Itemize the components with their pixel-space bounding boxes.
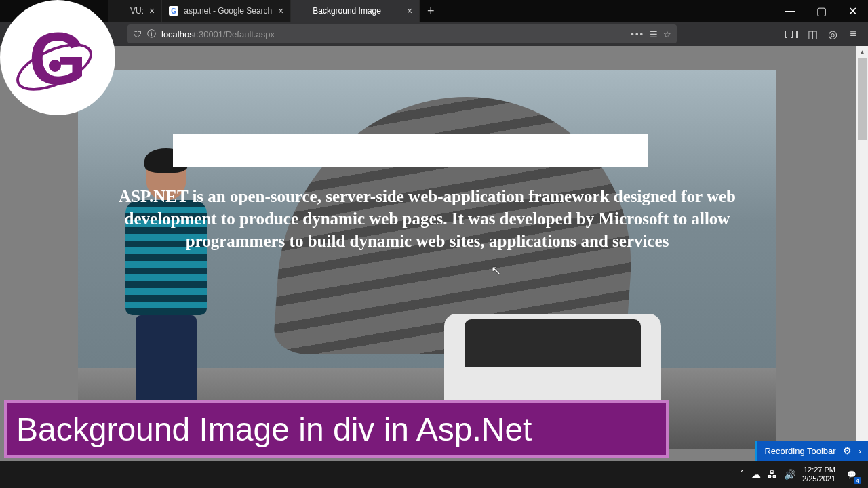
tab-strip: VU: × G asp.net - Google Search × Backgr… [108, 0, 774, 22]
tab-label: VU: [130, 6, 144, 16]
bookmark-star-icon[interactable]: ☆ [663, 29, 671, 39]
url-text: localhost:30001/Default.aspx [161, 29, 625, 39]
windows-taskbar[interactable]: ˄ ☁ 🖧 🔊 12:27 PM 2/25/2021 💬 4 [0, 461, 868, 488]
recording-toolbar[interactable]: Recording Toolbar ⚙ › [755, 441, 868, 461]
mouse-cursor-icon: ↖ [491, 263, 501, 278]
action-center-icon[interactable]: 💬 4 [842, 465, 861, 484]
heading-placeholder [173, 134, 648, 167]
logo-dot-icon [49, 60, 61, 72]
tray-chevron-up-icon[interactable]: ˄ [740, 469, 745, 480]
library-icon[interactable]: ⫿⫿⫿ [783, 24, 802, 43]
notification-badge: 4 [854, 477, 861, 484]
network-icon[interactable]: 🖧 [768, 469, 777, 480]
tab-label: Background Image [313, 6, 381, 16]
url-bar[interactable]: 🛡 ⓘ localhost:30001/Default.aspx ••• ☰ ☆ [127, 24, 677, 43]
shield-icon[interactable]: 🛡 [133, 29, 142, 39]
volume-icon[interactable]: 🔊 [784, 469, 795, 480]
system-tray: ˄ ☁ 🖧 🔊 12:27 PM 2/25/2021 💬 4 [733, 465, 868, 484]
browser-titlebar: VU: × G asp.net - Google Search × Backgr… [0, 0, 868, 22]
time-text: 12:27 PM [802, 466, 835, 474]
page-actions-icon[interactable]: ••• [631, 29, 644, 39]
window-controls: — ▢ ✕ [774, 0, 868, 22]
video-caption-banner: Background Image in div in Asp.Net [4, 400, 669, 458]
vertical-scrollbar[interactable]: ▲ ▼ [856, 46, 868, 461]
info-icon[interactable]: ⓘ [147, 28, 156, 40]
menu-icon[interactable]: ≡ [844, 24, 863, 43]
chevron-icon[interactable]: › [859, 446, 861, 456]
tab-google-search[interactable]: G asp.net - Google Search × [162, 0, 291, 22]
gear-icon[interactable]: ⚙ [843, 445, 852, 456]
date-text: 2/25/2021 [802, 474, 835, 483]
tab-background-image[interactable]: Background Image × [291, 0, 420, 22]
new-tab-button[interactable]: + [420, 0, 441, 22]
recording-label: Recording Toolbar [764, 446, 835, 456]
tab-label: asp.net - Google Search [184, 6, 272, 16]
favicon-blank-icon [115, 6, 125, 16]
scroll-thumb[interactable] [858, 58, 867, 140]
page-viewport: ASP.NET is an open-source, server-side w… [0, 46, 868, 461]
background-image-div: ASP.NET is an open-source, server-side w… [78, 70, 776, 449]
close-icon[interactable]: × [149, 5, 155, 16]
onedrive-icon[interactable]: ☁ [751, 469, 761, 480]
browser-navbar: 🛡 ⓘ localhost:30001/Default.aspx ••• ☰ ☆… [0, 22, 868, 46]
reader-mode-icon[interactable]: ☰ [650, 29, 658, 39]
caption-text: Background Image in div in Asp.Net [16, 411, 532, 448]
clock[interactable]: 12:27 PM 2/25/2021 [802, 466, 835, 483]
maximize-button[interactable]: ▢ [806, 0, 837, 22]
close-icon[interactable]: × [278, 5, 283, 16]
minimize-button[interactable]: — [774, 0, 806, 22]
channel-logo: G [0, 0, 115, 115]
close-icon[interactable]: × [407, 5, 412, 16]
favicon-blank-icon [298, 6, 307, 16]
description-text: ASP.NET is an open-source, server-side w… [92, 185, 763, 252]
tab-vu[interactable]: VU: × [108, 0, 162, 22]
sidebar-icon[interactable]: ◫ [803, 24, 822, 43]
scroll-up-icon[interactable]: ▲ [856, 46, 868, 58]
toolbar-right: ⫿⫿⫿ ◫ ◎ ≡ [783, 24, 863, 43]
google-favicon-icon: G [169, 6, 178, 16]
account-icon[interactable]: ◎ [823, 24, 842, 43]
close-window-button[interactable]: ✕ [837, 0, 868, 22]
